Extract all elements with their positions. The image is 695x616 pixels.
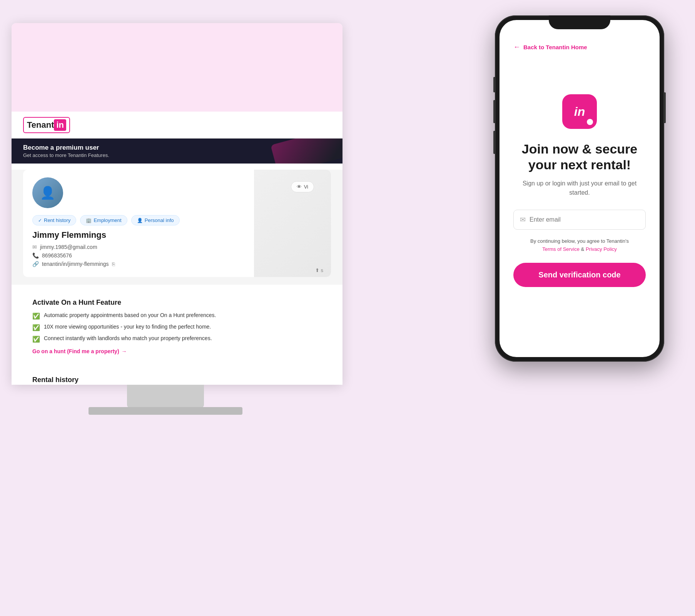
send-verification-button[interactable]: Send verification code — [513, 263, 646, 287]
copy-icon[interactable]: ⎘ — [112, 261, 115, 267]
terms-of-service-link[interactable]: Terms of Service — [542, 246, 580, 252]
hunt-section: Activate On a Hunt Feature ✅ Automatic p… — [23, 291, 331, 362]
share-button[interactable]: ⬆ s — [315, 267, 323, 273]
check-icon: ✓ — [38, 218, 42, 223]
rental-section: Rental history — [23, 368, 331, 385]
tab-employment-label: Employment — [94, 217, 121, 223]
auth-subheadline: Sign up or login with just your email to… — [513, 179, 646, 197]
hunt-item-2: ✅ 10X more viewing opportunities - your … — [32, 324, 322, 331]
app-logo-phone-dot — [587, 119, 593, 125]
premium-banner-graphic — [271, 139, 342, 164]
avatar: 👤 — [32, 177, 63, 208]
avatar-image: 👤 — [32, 177, 63, 208]
profile-card: 👤 👁 Vi ✓ Rent history 🏢 Employment — [23, 170, 331, 277]
logo-tenant-text: Tenant — [27, 120, 54, 130]
hunt-title: Activate On a Hunt Feature — [32, 299, 322, 307]
terms-text: By continuing below, you agree to Tenant… — [513, 237, 646, 254]
view-profile-button[interactable]: 👁 Vi — [291, 181, 314, 192]
phone-mute-button — [493, 77, 495, 92]
email-icon: ✉ — [32, 244, 37, 250]
tab-rent-history-label: Rent history — [44, 217, 70, 223]
email-envelope-icon: ✉ — [520, 215, 526, 224]
link-icon: 🔗 — [32, 261, 39, 267]
phone-volume-down-button — [493, 131, 495, 154]
phone-power-button — [664, 92, 666, 123]
desktop-mockup: Tenant in Become a premium user Get acce… — [0, 23, 346, 446]
monitor-base — [89, 407, 242, 415]
monitor-top-banner — [12, 23, 342, 112]
phone-screen: ← Back to Tenantin Home in Join now & se… — [500, 20, 660, 357]
profile-header: 👤 👁 Vi — [32, 177, 322, 208]
tab-personal-info-label: Personal info — [145, 217, 174, 223]
rental-title: Rental history — [32, 376, 322, 384]
hunt-item-3: ✅ Connect instantly with landlords who m… — [32, 335, 322, 343]
check-circle-icon-2: ✅ — [32, 324, 40, 331]
tab-personal-info[interactable]: 👤 Personal info — [131, 215, 180, 225]
auth-headline: Join now & secure your next rental! — [513, 141, 646, 173]
logo[interactable]: Tenant in — [23, 117, 70, 133]
app-logo-phone: in — [562, 94, 597, 129]
monitor-nav: Tenant in — [12, 112, 342, 139]
phone-notch — [549, 15, 610, 29]
building-icon: 🏢 — [86, 218, 92, 223]
tab-employment[interactable]: 🏢 Employment — [80, 215, 127, 225]
email-input-wrapper[interactable]: ✉ — [513, 210, 646, 230]
tab-rent-history[interactable]: ✓ Rent history — [32, 215, 76, 225]
arrow-right-icon: → — [122, 348, 127, 354]
share-icon: ⬆ — [315, 267, 319, 273]
phone-auth-center: in Join now & secure your next rental! S… — [513, 36, 646, 346]
check-circle-icon-3: ✅ — [32, 336, 40, 343]
person-icon: 👤 — [137, 218, 143, 223]
phone-icon: 📞 — [32, 252, 39, 259]
phone-content: ← Back to Tenantin Home in Join now & se… — [500, 20, 660, 357]
premium-banner: Become a premium user Get access to more… — [12, 139, 342, 164]
eye-icon: 👁 — [297, 184, 302, 190]
monitor-stand — [127, 385, 204, 408]
hunt-cta-link[interactable]: Go on a hunt (Find me a property) → — [32, 348, 322, 354]
phone-outer: ← Back to Tenantin Home in Join now & se… — [495, 15, 664, 362]
profile-section: 👤 👁 Vi ✓ Rent history 🏢 Employment — [12, 170, 342, 285]
email-input[interactable] — [530, 216, 639, 223]
hunt-item-1: ✅ Automatic property appointments based … — [32, 312, 322, 320]
privacy-policy-link[interactable]: Privacy Policy — [586, 246, 617, 252]
logo-in-badge: in — [54, 119, 66, 131]
monitor-screen: Tenant in Become a premium user Get acce… — [12, 23, 342, 385]
phone-volume-up-button — [493, 100, 495, 123]
phone-mockup: ← Back to Tenantin Home in Join now & se… — [495, 15, 664, 362]
check-circle-icon-1: ✅ — [32, 312, 40, 320]
app-logo-phone-text: in — [574, 105, 585, 119]
